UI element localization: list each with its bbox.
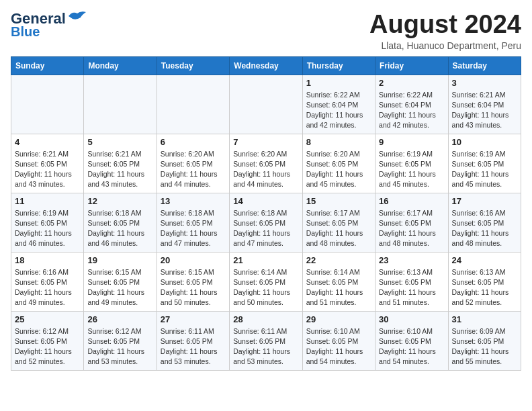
day-info: Sunrise: 6:13 AMSunset: 6:05 PMDaylight:… [452,267,517,308]
day-number: 25 [15,314,80,324]
calendar-cell: 19Sunrise: 6:15 AMSunset: 6:05 PMDayligh… [84,252,157,311]
logo-blue-text: Blue [11,24,40,39]
day-number: 11 [15,196,80,206]
day-number: 5 [87,137,152,147]
calendar-cell: 8Sunrise: 6:20 AMSunset: 6:05 PMDaylight… [302,134,375,193]
calendar-cell: 28Sunrise: 6:11 AMSunset: 6:05 PMDayligh… [230,311,302,370]
day-number: 31 [452,314,517,324]
calendar-table: SundayMondayTuesdayWednesdayThursdayFrid… [11,56,521,371]
day-info: Sunrise: 6:16 AMSunset: 6:05 PMDaylight:… [452,208,517,249]
calendar-cell: 29Sunrise: 6:10 AMSunset: 6:05 PMDayligh… [302,311,375,370]
calendar-cell: 14Sunrise: 6:18 AMSunset: 6:05 PMDayligh… [230,193,302,252]
calendar-cell: 23Sunrise: 6:13 AMSunset: 6:05 PMDayligh… [375,252,448,311]
day-number: 27 [161,314,226,324]
day-info: Sunrise: 6:22 AMSunset: 6:04 PMDaylight:… [379,90,444,131]
header-day-wednesday: Wednesday [230,56,302,75]
calendar-cell: 22Sunrise: 6:14 AMSunset: 6:05 PMDayligh… [302,252,375,311]
calendar-cell: 9Sunrise: 6:19 AMSunset: 6:05 PMDaylight… [375,134,448,193]
calendar-cell: 4Sunrise: 6:21 AMSunset: 6:05 PMDaylight… [11,134,84,193]
day-info: Sunrise: 6:14 AMSunset: 6:05 PMDaylight:… [306,267,371,308]
header-day-sunday: Sunday [11,56,84,75]
day-info: Sunrise: 6:18 AMSunset: 6:05 PMDaylight:… [87,208,152,249]
day-number: 21 [233,255,298,265]
day-info: Sunrise: 6:20 AMSunset: 6:05 PMDaylight:… [161,149,226,190]
week-row-3: 18Sunrise: 6:16 AMSunset: 6:05 PMDayligh… [11,252,521,311]
calendar-cell: 16Sunrise: 6:17 AMSunset: 6:05 PMDayligh… [375,193,448,252]
day-number: 15 [306,196,371,206]
calendar-cell: 13Sunrise: 6:18 AMSunset: 6:05 PMDayligh… [157,193,229,252]
day-info: Sunrise: 6:13 AMSunset: 6:05 PMDaylight:… [379,267,444,308]
day-number: 10 [452,137,517,147]
day-number: 29 [306,314,371,324]
day-info: Sunrise: 6:21 AMSunset: 6:04 PMDaylight:… [452,90,517,131]
day-number: 16 [379,196,444,206]
day-number: 26 [87,314,152,324]
day-info: Sunrise: 6:22 AMSunset: 6:04 PMDaylight:… [306,90,371,131]
calendar-cell: 24Sunrise: 6:13 AMSunset: 6:05 PMDayligh… [448,252,521,311]
calendar-cell: 18Sunrise: 6:16 AMSunset: 6:05 PMDayligh… [11,252,84,311]
day-number: 3 [452,78,517,88]
day-info: Sunrise: 6:21 AMSunset: 6:05 PMDaylight:… [15,149,80,190]
week-row-2: 11Sunrise: 6:19 AMSunset: 6:05 PMDayligh… [11,193,521,252]
calendar-cell: 17Sunrise: 6:16 AMSunset: 6:05 PMDayligh… [448,193,521,252]
calendar-cell: 27Sunrise: 6:11 AMSunset: 6:05 PMDayligh… [157,311,229,370]
calendar-cell [157,75,229,134]
calendar-cell: 12Sunrise: 6:18 AMSunset: 6:05 PMDayligh… [84,193,157,252]
day-number: 12 [87,196,152,206]
day-info: Sunrise: 6:19 AMSunset: 6:05 PMDaylight:… [452,149,517,190]
day-number: 1 [306,78,371,88]
day-number: 8 [306,137,371,147]
day-number: 24 [452,255,517,265]
header-day-saturday: Saturday [448,56,521,75]
day-number: 30 [379,314,444,324]
calendar-cell [11,75,84,134]
day-info: Sunrise: 6:18 AMSunset: 6:05 PMDaylight:… [233,208,298,249]
day-info: Sunrise: 6:11 AMSunset: 6:05 PMDaylight:… [233,326,298,367]
calendar-cell: 2Sunrise: 6:22 AMSunset: 6:04 PMDaylight… [375,75,448,134]
day-info: Sunrise: 6:10 AMSunset: 6:05 PMDaylight:… [306,326,371,367]
header-day-monday: Monday [84,56,157,75]
day-info: Sunrise: 6:09 AMSunset: 6:05 PMDaylight:… [452,326,517,367]
day-number: 6 [161,137,226,147]
day-info: Sunrise: 6:15 AMSunset: 6:05 PMDaylight:… [161,267,226,308]
calendar-cell [230,75,302,134]
day-info: Sunrise: 6:17 AMSunset: 6:05 PMDaylight:… [379,208,444,249]
day-number: 14 [233,196,298,206]
day-info: Sunrise: 6:14 AMSunset: 6:05 PMDaylight:… [233,267,298,308]
day-info: Sunrise: 6:19 AMSunset: 6:05 PMDaylight:… [379,149,444,190]
day-info: Sunrise: 6:12 AMSunset: 6:05 PMDaylight:… [15,326,80,367]
day-number: 9 [379,137,444,147]
calendar-body: 1Sunrise: 6:22 AMSunset: 6:04 PMDaylight… [11,75,521,370]
month-title: August 2024 [369,11,521,39]
header-day-friday: Friday [375,56,448,75]
header-day-tuesday: Tuesday [157,56,229,75]
day-info: Sunrise: 6:20 AMSunset: 6:05 PMDaylight:… [306,149,371,190]
calendar-cell [84,75,157,134]
calendar-cell: 10Sunrise: 6:19 AMSunset: 6:05 PMDayligh… [448,134,521,193]
page-header: General Blue August 2024 Llata, Huanuco … [11,11,521,51]
calendar-cell: 6Sunrise: 6:20 AMSunset: 6:05 PMDaylight… [157,134,229,193]
calendar-cell: 30Sunrise: 6:10 AMSunset: 6:05 PMDayligh… [375,311,448,370]
day-info: Sunrise: 6:20 AMSunset: 6:05 PMDaylight:… [233,149,298,190]
logo-bird-icon [67,9,87,23]
day-number: 18 [15,255,80,265]
day-info: Sunrise: 6:12 AMSunset: 6:05 PMDaylight:… [87,326,152,367]
calendar-cell: 1Sunrise: 6:22 AMSunset: 6:04 PMDaylight… [302,75,375,134]
day-number: 2 [379,78,444,88]
day-info: Sunrise: 6:19 AMSunset: 6:05 PMDaylight:… [15,208,80,249]
day-number: 19 [87,255,152,265]
day-info: Sunrise: 6:18 AMSunset: 6:05 PMDaylight:… [161,208,226,249]
title-block: August 2024 Llata, Huanuco Department, P… [369,11,521,51]
calendar-cell: 5Sunrise: 6:21 AMSunset: 6:05 PMDaylight… [84,134,157,193]
calendar-cell: 15Sunrise: 6:17 AMSunset: 6:05 PMDayligh… [302,193,375,252]
week-row-4: 25Sunrise: 6:12 AMSunset: 6:05 PMDayligh… [11,311,521,370]
day-info: Sunrise: 6:11 AMSunset: 6:05 PMDaylight:… [161,326,226,367]
day-info: Sunrise: 6:16 AMSunset: 6:05 PMDaylight:… [15,267,80,308]
day-number: 28 [233,314,298,324]
day-number: 17 [452,196,517,206]
day-number: 13 [161,196,226,206]
calendar-header: SundayMondayTuesdayWednesdayThursdayFrid… [11,56,521,75]
header-row: SundayMondayTuesdayWednesdayThursdayFrid… [11,56,521,75]
location-subtitle: Llata, Huanuco Department, Peru [369,40,521,51]
day-number: 7 [233,137,298,147]
